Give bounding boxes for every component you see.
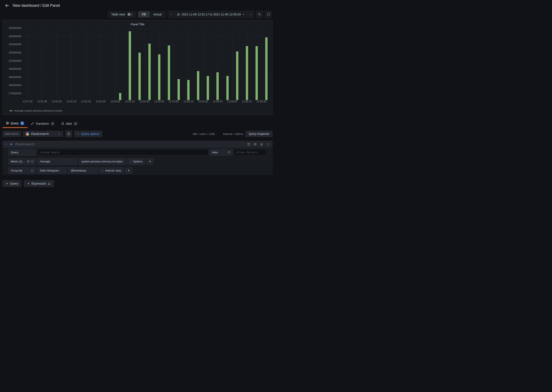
drag-query-handle[interactable] — [265, 142, 270, 147]
add-group-by-button[interactable] — [125, 168, 132, 174]
chart-bar[interactable] — [197, 71, 199, 100]
x-axis-tick: 12:05:30 — [256, 100, 267, 103]
tab-alert-badge: 0 — [74, 122, 77, 126]
time-range-prev-button[interactable] — [168, 11, 174, 18]
svg-point-13 — [267, 144, 268, 144]
chart-bar[interactable] — [255, 46, 258, 100]
eye-icon — [253, 142, 257, 146]
chart-bar[interactable] — [207, 76, 209, 100]
tab-alert-label: Alert — [66, 122, 72, 125]
chart-bar[interactable] — [236, 51, 238, 100]
time-range-picker: 2021-11-05 12:01:17 to 2021-11-05 12:05:… — [168, 11, 254, 18]
add-query-button[interactable]: Query — [3, 180, 21, 187]
chart-legend[interactable]: Average system.process.memory.rss.bytes — [5, 108, 270, 112]
add-metric-button[interactable] — [146, 158, 153, 164]
tab-query-label: Query — [11, 122, 19, 125]
refresh-button[interactable] — [265, 11, 272, 18]
trash-icon[interactable] — [31, 160, 34, 163]
lucene-query-input[interactable] — [37, 149, 208, 156]
table-view-toggle[interactable] — [127, 13, 133, 16]
add-expression-label: Expression — [32, 182, 46, 185]
query-options-interval: Interval = 200ms — [223, 132, 243, 135]
chart-bar[interactable] — [129, 31, 131, 100]
svg-point-15 — [267, 145, 268, 145]
x-axis-tick: 12:03:00 — [110, 100, 120, 103]
table-view-label: Table view — [111, 13, 125, 16]
chart-bar[interactable] — [265, 37, 268, 100]
trash-icon[interactable] — [31, 169, 34, 172]
datasource-help-button[interactable] — [65, 130, 72, 137]
metric-options-button[interactable]: Options — [127, 158, 145, 165]
panel-title: Panel Title — [5, 22, 270, 28]
group-by-field-label: Group By — [8, 167, 36, 174]
y-axis-tick: 310000000 — [9, 59, 21, 62]
group-by-type-select[interactable]: Date Histogram — [37, 167, 67, 174]
tab-query[interactable]: Query 1 — [3, 119, 28, 128]
x-axis-tick: 12:03:15 — [125, 100, 135, 103]
metric-field-label: Metric (1) — [8, 158, 36, 165]
x-axis-tick: 12:04:45 — [213, 100, 222, 103]
back-button[interactable] — [4, 3, 10, 8]
x-axis-tick: 12:01:30 — [23, 100, 33, 103]
plus-icon — [27, 182, 30, 185]
copy-icon — [247, 143, 250, 146]
x-axis-tick: 12:05:00 — [227, 100, 237, 103]
actual-button[interactable]: Actual — [150, 11, 166, 17]
fill-actual-segment: Fill Actual — [138, 11, 166, 18]
tab-alert[interactable]: Alert 0 — [58, 119, 81, 128]
legend-swatch — [9, 110, 13, 111]
chart-bar[interactable] — [168, 45, 170, 100]
y-axis-tick: 280000000 — [9, 84, 21, 87]
duplicate-query-button[interactable] — [246, 142, 251, 147]
svg-point-5 — [6, 122, 8, 123]
fill-button[interactable]: Fill — [138, 11, 150, 17]
time-range-next-button[interactable] — [248, 11, 254, 18]
y-axis-tick: 270000000 — [9, 92, 21, 95]
toggle-query-visibility-button[interactable] — [253, 142, 257, 147]
metric-aggregation-select[interactable]: Average — [37, 158, 77, 165]
datasource-label: Data source — [3, 131, 21, 137]
chart-bar[interactable] — [226, 76, 229, 100]
chart-bar[interactable] — [178, 79, 180, 100]
help-icon — [67, 132, 70, 135]
x-axis-tick: 12:01:45 — [37, 100, 47, 103]
chart-bar[interactable] — [216, 72, 219, 100]
query-ref-id: A — [10, 142, 12, 146]
query-editor-header[interactable]: A (Elasticsearch) — [3, 141, 273, 148]
tab-transform-label: Transform — [35, 122, 49, 125]
info-icon — [228, 151, 230, 154]
x-axis-tick: 12:03:45 — [154, 100, 164, 103]
svg-point-19 — [229, 152, 229, 152]
svg-point-12 — [268, 143, 268, 144]
tab-transform[interactable]: Transform 0 — [28, 119, 58, 128]
query-field-label: Query — [8, 149, 36, 156]
chart-bar[interactable] — [187, 80, 190, 100]
query-inspector-button[interactable]: Query inspector — [245, 131, 273, 137]
x-axis-tick: 12:02:00 — [52, 100, 62, 103]
x-axis-tick: 12:03:30 — [139, 100, 149, 103]
plus-icon — [127, 169, 130, 172]
query-options-button[interactable]: Query options — [74, 131, 102, 137]
eye-icon[interactable] — [27, 160, 30, 163]
plus-icon — [6, 182, 8, 185]
chart-bar[interactable] — [158, 54, 160, 100]
transform-icon — [31, 122, 34, 125]
group-by-field-select[interactable]: @timestamp — [68, 167, 98, 174]
datasource-select[interactable]: Elasticsearch — [23, 131, 63, 137]
chart-area[interactable]: 2700000002800000002900000003000000003100… — [5, 28, 270, 108]
svg-point-20 — [28, 161, 28, 162]
add-expression-button[interactable]: Expression — [24, 180, 54, 187]
group-by-interval-button[interactable]: Interval: auto — [99, 167, 124, 174]
svg-line-3 — [260, 15, 261, 16]
metric-field-select[interactable]: system.process.memory.rss.bytes — [79, 158, 125, 165]
chart-bar[interactable] — [119, 93, 121, 100]
chart-bar[interactable] — [246, 46, 248, 100]
chart-bar[interactable] — [148, 43, 151, 100]
chart-bar[interactable] — [138, 53, 141, 100]
delete-query-button[interactable] — [259, 142, 264, 147]
zoom-out-button[interactable] — [256, 11, 263, 18]
alias-pattern-input[interactable] — [234, 149, 267, 156]
chevron-down-icon — [242, 13, 245, 16]
time-range-button[interactable]: 2021-11-05 12:01:17 to 2021-11-05 12:05:… — [174, 11, 248, 18]
tab-transform-badge: 0 — [51, 122, 55, 126]
